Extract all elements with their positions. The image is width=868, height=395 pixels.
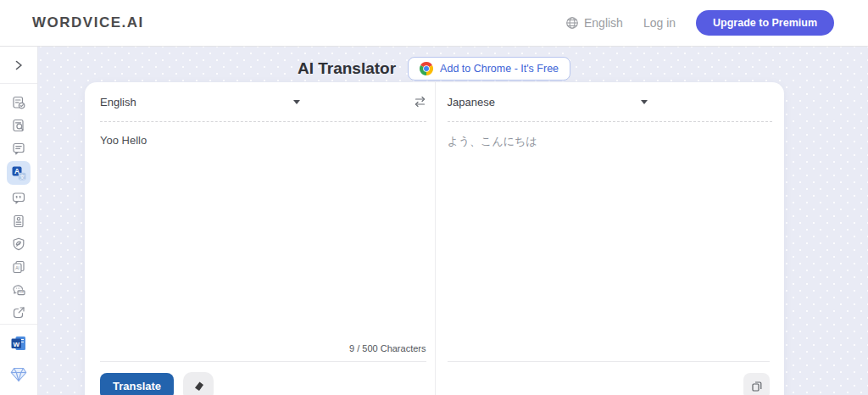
top-header: WORDVICE.AI English Log in Upgrade to Pr…	[0, 0, 868, 47]
sidebar-doc-search-icon[interactable]	[7, 114, 31, 136]
swap-icon	[414, 96, 426, 108]
svg-text:AI: AI	[15, 264, 19, 270]
target-body: よう、こんにちは	[436, 122, 785, 361]
site-language-selector[interactable]: English	[565, 16, 623, 30]
source-panel-header: English	[85, 82, 435, 121]
header-actions: English Log in Upgrade to Premium	[565, 10, 834, 36]
translator-card: English Yoo Hello 9 / 500 Characters	[85, 82, 784, 395]
upgrade-premium-button[interactable]: Upgrade to Premium	[696, 10, 834, 36]
site-language-label: English	[584, 16, 623, 30]
sidebar-chat-pdf-icon[interactable]: PDF	[7, 278, 31, 301]
sidebar-bottom: W	[0, 324, 37, 395]
source-text-input[interactable]: Yoo Hello	[85, 122, 435, 343]
add-to-chrome-button[interactable]: Add to Chrome - It's Free	[408, 57, 570, 81]
hero-row: AI Translator Add to Chrome - It's Free	[0, 47, 868, 82]
source-panel: English Yoo Hello 9 / 500 Characters	[85, 82, 435, 395]
sidebar-tools: A 文	[0, 84, 37, 324]
translate-button[interactable]: Translate	[100, 373, 174, 395]
sidebar-translator-icon[interactable]: A 文	[7, 161, 31, 185]
copy-button[interactable]	[743, 373, 770, 395]
source-language-label: English	[100, 96, 136, 108]
tools-sidebar: A 文	[0, 47, 38, 395]
source-body: Yoo Hello 9 / 500 Characters	[85, 122, 435, 361]
sidebar-ai-docs-icon[interactable]: AI	[7, 255, 31, 278]
page-title: AI Translator	[298, 59, 396, 78]
sidebar-note-lines-icon[interactable]	[7, 136, 31, 159]
translation-output: よう、こんにちは	[436, 122, 785, 361]
sidebar-chat-quote-icon[interactable]	[7, 186, 31, 209]
wordvice-logo[interactable]: WORDVICE.AI	[32, 14, 144, 31]
copy-icon	[750, 380, 763, 392]
main-content: AI Translator Add to Chrome - It's Free	[0, 47, 868, 395]
chrome-icon	[420, 62, 433, 75]
sidebar-shield-icon[interactable]	[7, 232, 31, 255]
sidebar-diamond-icon[interactable]	[7, 364, 31, 385]
login-link[interactable]: Log in	[643, 16, 676, 30]
chevron-down-icon	[641, 100, 648, 104]
char-counter: 9 / 500 Characters	[85, 343, 435, 361]
eraser-icon	[192, 380, 205, 392]
swap-languages-button[interactable]	[414, 96, 426, 108]
target-language-select[interactable]: Japanese	[448, 96, 648, 108]
source-footer: Translate	[100, 361, 426, 395]
source-language-select[interactable]: English	[100, 96, 300, 108]
target-footer	[448, 361, 771, 395]
chevron-down-icon	[293, 100, 300, 104]
svg-text:PDF: PDF	[19, 291, 25, 294]
globe-icon	[565, 16, 579, 30]
svg-text:W: W	[13, 341, 19, 348]
chevron-right-icon	[12, 58, 25, 72]
target-panel: Japanese よう、こんにちは	[435, 82, 785, 395]
sidebar-word-icon[interactable]: W	[7, 333, 31, 353]
add-to-chrome-label: Add to Chrome - It's Free	[440, 63, 559, 75]
sidebar-certificate-icon[interactable]	[7, 209, 31, 232]
sidebar-expand-button[interactable]	[0, 47, 37, 84]
sidebar-doc-check-icon[interactable]	[7, 91, 31, 114]
sidebar-external-link-icon[interactable]	[7, 301, 31, 324]
target-panel-header: Japanese	[436, 82, 785, 121]
target-language-label: Japanese	[448, 96, 495, 108]
erase-button[interactable]	[183, 372, 214, 395]
svg-text:文: 文	[19, 173, 25, 179]
